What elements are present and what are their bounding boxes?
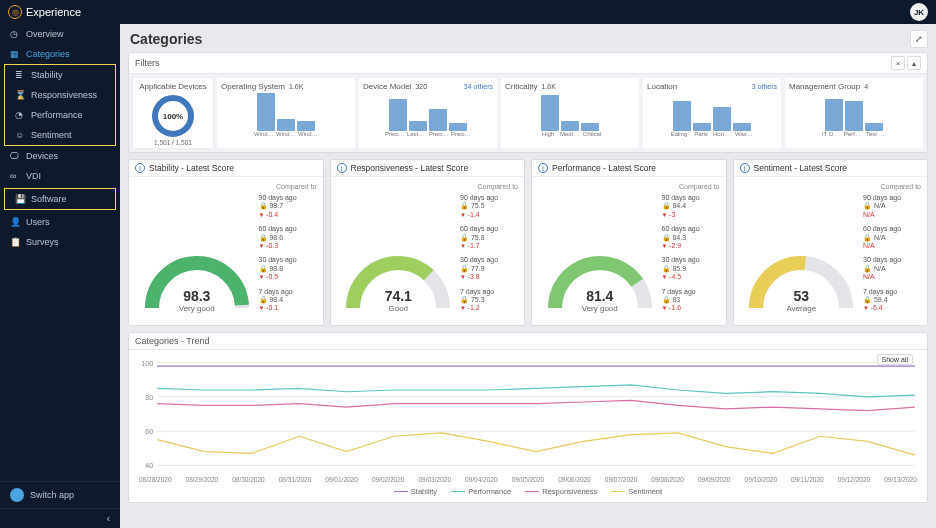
filter-bar bbox=[277, 119, 295, 131]
bars-icon: ≣ bbox=[15, 70, 25, 80]
switch-app[interactable]: Switch app bbox=[0, 481, 120, 508]
score-card: iResponsiveness - Latest Score74.1GoodCo… bbox=[330, 159, 526, 326]
brand-text: Experience bbox=[26, 6, 81, 18]
gauge-icon: ◔ bbox=[15, 110, 25, 120]
filter-criticality[interactable]: Criticality1.6KHighMediumCritical bbox=[501, 78, 639, 148]
sidebar-item-label: VDI bbox=[26, 171, 41, 181]
compare-list: Compared to90 days agoN/AN/A60 days agoN… bbox=[863, 183, 921, 319]
filter-bar bbox=[733, 123, 751, 131]
card-title: Sentiment - Latest Score bbox=[754, 163, 848, 173]
sidebar-item-devices[interactable]: 🖵Devices bbox=[0, 146, 120, 166]
switch-avatar-icon bbox=[10, 488, 24, 502]
svg-text:80: 80 bbox=[145, 394, 153, 401]
legend-performance[interactable]: Performance bbox=[451, 487, 511, 496]
filter-bar bbox=[581, 123, 599, 131]
show-all-button[interactable]: Show all bbox=[877, 354, 913, 365]
disk-icon: 💾 bbox=[15, 194, 25, 204]
filters-title: Filters bbox=[135, 58, 160, 68]
sidebar-item-software[interactable]: 💾Software bbox=[5, 189, 115, 209]
speedometer-icon: ◷ bbox=[10, 29, 20, 39]
sidebar-item-label: Devices bbox=[26, 151, 58, 161]
legend-sentiment[interactable]: Sentiment bbox=[611, 487, 662, 496]
gauge: 81.4Very good bbox=[538, 183, 662, 319]
sidebar-item-label: Software bbox=[31, 194, 67, 204]
sidebar-item-label: Categories bbox=[26, 49, 70, 59]
compare-list: Compared to90 days ago75.5-1.460 days ag… bbox=[460, 183, 518, 319]
grid-icon: ▦ bbox=[10, 49, 20, 59]
sidebar-item-vdi[interactable]: ∞VDI bbox=[0, 166, 120, 186]
donut-icon: 100% bbox=[152, 95, 194, 137]
gauge: 53Average bbox=[740, 183, 864, 319]
filter-bar bbox=[865, 123, 883, 131]
filter-device-model[interactable]: Device Model32034 othersPrecision Tower … bbox=[359, 78, 497, 148]
score-card: iStability - Latest Score98.3Very goodCo… bbox=[128, 159, 324, 326]
svg-text:60: 60 bbox=[145, 428, 153, 435]
filter-bar bbox=[449, 123, 467, 131]
info-icon[interactable]: i bbox=[337, 163, 347, 173]
sidebar-item-label: Sentiment bbox=[31, 130, 72, 140]
filters-collapse-button[interactable]: ▴ bbox=[907, 56, 921, 70]
gauge: 98.3Very good bbox=[135, 183, 259, 319]
filter-bar bbox=[389, 99, 407, 131]
sidebar-item-label: Users bbox=[26, 217, 50, 227]
legend-responsiveness[interactable]: Responsiveness bbox=[525, 487, 597, 496]
sidebar-item-responsiveness[interactable]: ⌛Responsiveness bbox=[5, 85, 115, 105]
trend-legend: Stability Performance Responsiveness Sen… bbox=[135, 485, 921, 500]
brand-icon: ◎ bbox=[8, 5, 22, 19]
svg-text:100: 100 bbox=[141, 359, 153, 366]
switch-label: Switch app bbox=[30, 490, 74, 500]
page-title: Categories bbox=[130, 31, 202, 47]
filter-operating-system[interactable]: Operating System1.6KWindows 10 Enterpris… bbox=[217, 78, 355, 148]
filters-panel: Filters × ▴ Applicable Devices100%1,501 … bbox=[128, 52, 928, 153]
legend-stability[interactable]: Stability bbox=[394, 487, 437, 496]
filter-location[interactable]: Location3 othersEalingParisHong kongWash… bbox=[643, 78, 781, 148]
filter-management-group[interactable]: Management Group4IT DevicesPerformance G… bbox=[785, 78, 923, 148]
compare-list: Compared to90 days ago84.4-360 days ago8… bbox=[662, 183, 720, 319]
monitor-icon: 🖵 bbox=[10, 151, 20, 161]
sidebar-item-categories[interactable]: ▦Categories bbox=[0, 44, 120, 64]
svg-text:40: 40 bbox=[145, 462, 153, 469]
avatar[interactable]: JK bbox=[910, 3, 928, 21]
main: Categories ⤢ Filters × ▴ Applicable Devi… bbox=[120, 24, 936, 528]
sidebar-item-label: Surveys bbox=[26, 237, 59, 247]
clipboard-icon: 📋 bbox=[10, 237, 20, 247]
sidebar: ◷Overview▦Categories ≣Stability⌛Responsi… bbox=[0, 24, 120, 528]
filter-others-link[interactable]: 3 others bbox=[752, 83, 777, 90]
hourglass-icon: ⌛ bbox=[15, 90, 25, 100]
info-icon[interactable]: i bbox=[538, 163, 548, 173]
filter-bar bbox=[429, 109, 447, 131]
sidebar-item-label: Overview bbox=[26, 29, 64, 39]
sidebar-item-surveys[interactable]: 📋Surveys bbox=[0, 232, 120, 252]
filter-bar bbox=[845, 101, 863, 131]
filter-bar bbox=[409, 121, 427, 131]
sidebar-item-stability[interactable]: ≣Stability bbox=[5, 65, 115, 85]
trend-chart: 406080100 bbox=[135, 354, 921, 474]
filter-applicable-devices[interactable]: Applicable Devices100%1,501 / 1,501 bbox=[133, 78, 213, 148]
filter-bar bbox=[561, 121, 579, 131]
info-icon[interactable]: i bbox=[740, 163, 750, 173]
filters-close-button[interactable]: × bbox=[891, 56, 905, 70]
card-title: Stability - Latest Score bbox=[149, 163, 234, 173]
filter-bar bbox=[673, 101, 691, 131]
trend-panel: Categories - Trend Show all 406080100 08… bbox=[128, 332, 928, 503]
sidebar-item-overview[interactable]: ◷Overview bbox=[0, 24, 120, 44]
brand: ◎ Experience bbox=[8, 5, 81, 19]
sidebar-item-label: Responsiveness bbox=[31, 90, 97, 100]
card-title: Performance - Latest Score bbox=[552, 163, 656, 173]
sidebar-item-label: Stability bbox=[31, 70, 63, 80]
card-title: Responsiveness - Latest Score bbox=[351, 163, 469, 173]
sidebar-item-users[interactable]: 👤Users bbox=[0, 212, 120, 232]
score-card: iSentiment - Latest Score53AverageCompar… bbox=[733, 159, 929, 326]
sidebar-item-sentiment[interactable]: ☺Sentiment bbox=[5, 125, 115, 145]
filter-others-link[interactable]: 34 others bbox=[464, 83, 493, 90]
trend-title: Categories - Trend bbox=[135, 336, 210, 346]
score-card: iPerformance - Latest Score81.4Very good… bbox=[531, 159, 727, 326]
collapse-sidebar[interactable]: ‹ bbox=[0, 508, 120, 528]
filter-bar bbox=[257, 93, 275, 131]
filter-bar bbox=[541, 95, 559, 131]
filter-bar bbox=[825, 99, 843, 131]
sidebar-item-performance[interactable]: ◔Performance bbox=[5, 105, 115, 125]
expand-button[interactable]: ⤢ bbox=[910, 30, 928, 48]
info-icon[interactable]: i bbox=[135, 163, 145, 173]
filter-bar bbox=[693, 123, 711, 131]
